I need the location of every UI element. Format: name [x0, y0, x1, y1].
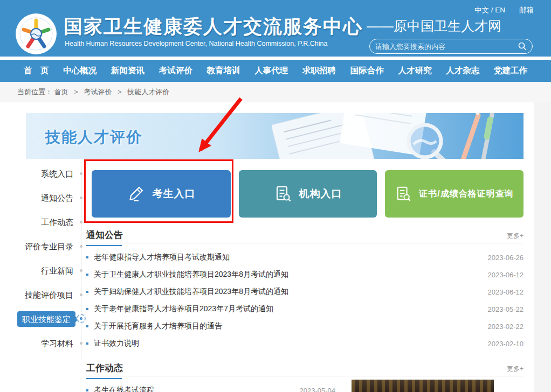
notice-date: 2023-02-10	[488, 340, 524, 348]
candidate-entry-label: 考生入口	[153, 187, 196, 201]
sidebar-item-vocational-skill-active[interactable]: 职业技能鉴定	[0, 307, 92, 331]
notice-title: 证书效力说明	[94, 339, 488, 348]
bullet-icon	[86, 274, 88, 276]
bullet-icon	[86, 325, 88, 327]
sidebar-item-label: 系统入口	[41, 169, 73, 178]
search-box	[369, 39, 533, 54]
page-gutter	[534, 102, 551, 392]
breadcrumb-row: 当前位置： 首页 > 考试评价 > 技能人才评价	[0, 82, 551, 102]
language-switch-link[interactable]: 中文 / EN	[474, 5, 505, 15]
notice-date: 2023-06-12	[488, 271, 524, 279]
work-section-header: 工作动态 更多+	[86, 362, 524, 376]
sidebar-item-catalog[interactable]: 评价专业目录	[0, 234, 92, 258]
institution-entry-label: 机构入口	[299, 187, 342, 201]
site-logo-icon	[15, 13, 57, 55]
notice-list-item[interactable]: 关于开展托育服务人才培养项目的通告 2023-02-22	[86, 318, 524, 335]
breadcrumb: 当前位置： 首页 > 考试评价 > 技能人才评价	[17, 82, 169, 102]
notice-more-link[interactable]: 更多+	[507, 232, 524, 241]
work-date: 2023-05-04	[300, 387, 336, 392]
main-nav: 首 页 中心概况 新闻资讯 考试评价 教育培训 人事代理 求职招聘 国际合作 人…	[0, 60, 551, 82]
bullet-icon	[86, 389, 88, 391]
notice-list-item[interactable]: 关于妇幼保健人才职业技能培养项目2023年8月考试的通知 2023-06-12	[86, 283, 524, 300]
notice-section-title: 通知公告	[86, 229, 123, 241]
nav-item-international[interactable]: 国际合作	[350, 65, 384, 76]
breadcrumb-home[interactable]: 首页	[54, 88, 68, 96]
nav-item-hr-agency[interactable]: 人事代理	[254, 65, 288, 76]
nav-item-jobs[interactable]: 求职招聘	[302, 65, 336, 76]
header-utility-links: 中文 / EN 邮箱	[474, 5, 534, 15]
bullet-icon	[86, 342, 88, 345]
certificate-query-button[interactable]: 证书/成绩合格证明查询	[385, 170, 524, 218]
bullet-icon	[86, 291, 88, 293]
work-list-item[interactable]: 考生在线考试流程 2023-05-04	[86, 382, 335, 392]
nav-item-about[interactable]: 中心概况	[63, 65, 97, 76]
sidebar-item-label: 通知公告	[41, 193, 73, 202]
notice-list-item[interactable]: 关于老年健康指导人才培养项目2023年7月考试的通知 2023-05-22	[86, 300, 524, 318]
timeline-dot	[80, 342, 82, 345]
search-icon[interactable]	[518, 42, 527, 51]
sidebar-item-label: 评价专业目录	[25, 242, 73, 251]
notice-title: 关于卫生健康人才职业技能培养项目2023年8月考试的通知	[94, 270, 488, 279]
nav-item-education[interactable]: 教育培训	[207, 65, 240, 76]
work-section-title: 工作动态	[86, 362, 123, 374]
work-more-link[interactable]: 更多+	[507, 365, 524, 374]
bullet-icon	[86, 256, 88, 258]
search-input[interactable]	[375, 43, 518, 51]
notice-section: 通知公告 更多+ 老年健康指导人才培养项目考试改期通知 2023-06-26 关…	[86, 229, 524, 352]
notice-date: 2023-02-22	[488, 323, 524, 331]
breadcrumb-separator: >	[74, 88, 78, 96]
breadcrumb-separator: >	[118, 88, 122, 96]
sidebar-item-system-entry[interactable]: 系统入口	[0, 162, 92, 186]
page: 国家卫生健康委人才交流服务中心 Health Human Resources D…	[0, 0, 551, 392]
sidebar-item-label: 行业新闻	[41, 266, 73, 275]
sidebar-item-label: 学习材料	[41, 339, 73, 348]
notice-list-item[interactable]: 证书效力说明 2023-02-10	[86, 335, 524, 352]
sidebar-item-label: 技能评价项目	[25, 290, 73, 299]
sidebar-item-work-news[interactable]: 工作动态	[0, 210, 92, 234]
notice-title: 老年健康指导人才培养项目考试改期通知	[94, 253, 488, 262]
notice-title: 关于老年健康指导人才培养项目2023年7月考试的通知	[94, 304, 488, 314]
timeline-dot	[80, 293, 82, 296]
breadcrumb-current[interactable]: 技能人才评价	[127, 88, 169, 96]
notice-date: 2023-05-22	[488, 305, 524, 313]
timeline-dot	[80, 197, 82, 199]
nav-item-exam[interactable]: 考试评价	[159, 65, 192, 76]
breadcrumb-exam[interactable]: 考试评价	[84, 88, 112, 96]
sidebar-nav: 系统入口 通知公告 工作动态 评价专业目录 行业新闻 技能评价项目 职业技能鉴定	[0, 162, 92, 366]
sidebar-item-industry-news[interactable]: 行业新闻	[0, 258, 92, 283]
nav-item-news[interactable]: 新闻资讯	[111, 65, 144, 76]
nav-item-magazine[interactable]: 人才杂志	[446, 65, 479, 76]
bullet-icon	[86, 308, 88, 310]
section-banner: 技能人才评价	[26, 113, 524, 159]
nav-item-research[interactable]: 人才研究	[398, 65, 432, 76]
notice-section-header: 通知公告 更多+	[86, 229, 524, 243]
notice-list-item[interactable]: 关于卫生健康人才职业技能培养项目2023年8月考试的通知 2023-06-12	[86, 266, 524, 283]
notice-list-item[interactable]: 老年健康指导人才培养项目考试改期通知 2023-06-26	[86, 249, 524, 266]
notice-date: 2023-06-12	[488, 288, 524, 296]
former-site-name: ——原中国卫生人才网	[367, 17, 501, 35]
site-subtitle: Health Human Resources Development Cente…	[65, 40, 328, 47]
notice-title: 关于开展托育服务人才培养项目的通告	[94, 321, 488, 331]
certificate-query-label: 证书/成绩合格证明查询	[419, 188, 513, 200]
candidate-entry-button[interactable]: 考生入口	[92, 170, 231, 218]
timeline-dot	[80, 245, 82, 248]
work-news-photo[interactable]	[352, 380, 494, 392]
sidebar-active-pill[interactable]: 职业技能鉴定	[17, 311, 75, 327]
nav-item-home[interactable]: 首 页	[24, 65, 49, 76]
document-search-icon	[274, 185, 292, 203]
institution-entry-button[interactable]: 机构入口	[239, 170, 377, 218]
sidebar-item-study-materials[interactable]: 学习材料	[0, 331, 92, 355]
pencil-icon	[127, 185, 146, 203]
mailbox-link[interactable]: 邮箱	[519, 5, 534, 15]
timeline-dot	[80, 172, 82, 175]
timeline-active-marker	[77, 314, 86, 323]
page-title: 技能人才评价	[45, 127, 142, 148]
site-title: 国家卫生健康委人才交流服务中心	[64, 14, 363, 39]
sidebar-item-label: 工作动态	[41, 218, 73, 227]
sidebar-item-skill-projects[interactable]: 技能评价项目	[0, 283, 92, 307]
banner-decoration-papers-magnifier-pens-icon	[272, 113, 499, 159]
nav-item-party[interactable]: 党建工作	[494, 65, 527, 76]
sidebar-item-notices[interactable]: 通知公告	[0, 186, 92, 210]
document-search-icon	[395, 185, 412, 202]
site-header: 国家卫生健康委人才交流服务中心 Health Human Resources D…	[0, 0, 551, 58]
